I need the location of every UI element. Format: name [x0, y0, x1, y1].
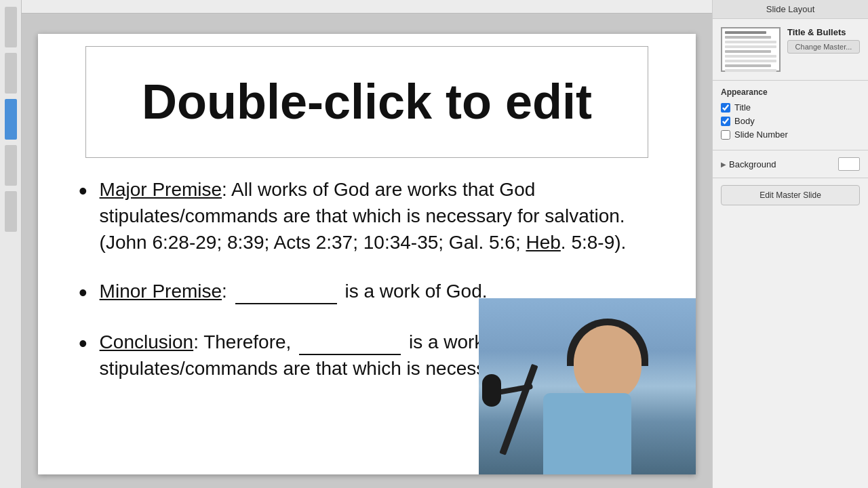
bullet-dot-1: • [79, 176, 87, 205]
thumb-line-1 [725, 31, 766, 34]
sidebar-tab-1[interactable] [5, 7, 17, 47]
bullet-dot-3: • [79, 329, 87, 358]
slide-title[interactable]: Double-click to edit [142, 75, 592, 129]
thumb-line-7 [725, 60, 776, 62]
layout-thumbnail[interactable] [721, 27, 781, 72]
sidebar-tab-5[interactable] [5, 191, 17, 232]
chevron-right-icon: ▶ [721, 161, 726, 168]
bullet-item-1: • Major Premise: All works of God are wo… [79, 176, 655, 256]
bullet-text-1: Major Premise: All works of God are work… [100, 176, 655, 256]
slide[interactable]: Double-click to edit • Major Premise: Al… [38, 34, 696, 474]
background-label[interactable]: ▶ Background [721, 159, 776, 169]
sidebar-tab-2[interactable] [5, 53, 17, 94]
left-sidebar [0, 0, 22, 488]
sidebar-tab-4[interactable] [5, 145, 17, 186]
layout-name: Title & Bullets [787, 27, 860, 37]
blank-1 [235, 303, 337, 304]
person-head [574, 325, 642, 400]
edit-master-button[interactable]: Edit Master Slide [721, 185, 860, 205]
change-master-button[interactable]: Change Master... [787, 40, 860, 54]
background-text: Background [729, 159, 776, 169]
sidebar-tab-3[interactable] [5, 99, 17, 140]
slide-number-checkbox-row: Slide Number [721, 129, 860, 140]
term-major-premise: Major Premise [100, 179, 222, 200]
title-checkbox-row: Title [721, 102, 860, 113]
webcam-overlay [479, 298, 696, 474]
title-checkbox-label: Title [734, 102, 751, 113]
appearance-section: Appearance Title Body Slide Number [713, 81, 868, 150]
right-panel: Slide Layout Title & Bullets Change Mast… [712, 0, 868, 488]
slide-wrapper: Double-click to edit • Major Premise: Al… [22, 14, 712, 488]
term-conclusion: Conclusion [100, 331, 194, 352]
thumb-line-8 [725, 64, 771, 67]
person-body [543, 393, 631, 474]
body-checkbox-row: Body [721, 116, 860, 126]
panel-header: Slide Layout [713, 0, 868, 19]
thumb-line-5 [725, 50, 771, 53]
title-box[interactable]: Double-click to edit [85, 46, 648, 158]
mic-head [482, 374, 501, 407]
thumb-line-6 [725, 55, 776, 58]
thumb-line-4 [725, 45, 776, 48]
appearance-title: Appearance [721, 87, 860, 97]
mic-pole [499, 364, 538, 455]
layout-preview-area: Title & Bullets Change Master... [713, 19, 868, 81]
layout-info: Title & Bullets Change Master... [787, 27, 860, 54]
thumb-line-9 [725, 69, 776, 72]
slide-number-checkbox-label: Slide Number [734, 129, 788, 140]
bullet-content-2: : is a work of God. [222, 281, 487, 302]
top-bar [22, 0, 712, 14]
thumb-line-3 [725, 41, 776, 43]
body-checkbox-label: Body [734, 116, 755, 126]
background-row: ▶ Background [721, 157, 860, 171]
background-section: ▶ Background [713, 150, 868, 178]
bullet-dot-2: • [79, 278, 87, 307]
term-minor-premise: Minor Premise [100, 281, 222, 302]
blank-2 [299, 354, 401, 355]
background-color-swatch[interactable] [838, 157, 860, 171]
slide-number-checkbox[interactable] [721, 130, 730, 140]
body-checkbox[interactable] [721, 117, 730, 126]
title-checkbox[interactable] [721, 103, 730, 113]
webcam-person [479, 298, 696, 474]
main-area: Double-click to edit • Major Premise: Al… [22, 0, 712, 488]
thumb-line-2 [725, 36, 771, 39]
